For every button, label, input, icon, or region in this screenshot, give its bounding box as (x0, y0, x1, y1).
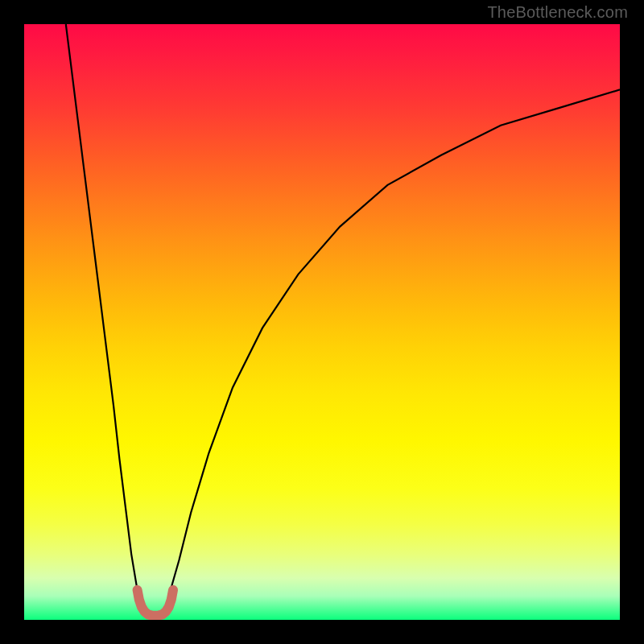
watermark-text: TheBottleneck.com (487, 3, 628, 22)
chart-frame: TheBottleneck.com (0, 0, 644, 644)
curve-layer (24, 24, 620, 620)
plot-area (24, 24, 620, 620)
bottom-u-curve (138, 590, 173, 616)
right-branch-curve (167, 89, 620, 601)
left-branch-curve (66, 24, 143, 602)
